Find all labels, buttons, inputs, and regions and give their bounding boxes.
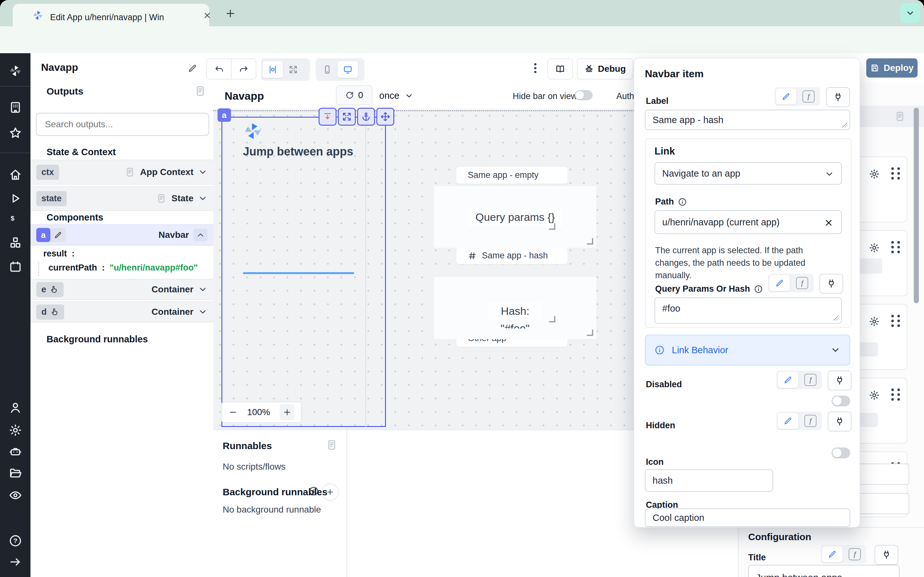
connect-plug-button[interactable]	[828, 412, 851, 432]
deploy-button[interactable]: Deploy	[866, 58, 918, 77]
selected-component-outline[interactable]	[221, 117, 386, 427]
collapse-arrow-icon[interactable]	[9, 555, 22, 569]
drag-handle-icon[interactable]	[891, 167, 901, 179]
clear-x-icon[interactable]	[824, 218, 834, 227]
toolbar-menu-icon[interactable]	[533, 61, 537, 75]
disabled-toggle[interactable]	[832, 396, 850, 406]
component-row-container-e[interactable]: e Container	[31, 279, 213, 300]
workers-robot-icon[interactable]	[9, 445, 22, 458]
fx-button[interactable]: ƒ	[845, 548, 865, 560]
move-chip[interactable]	[376, 108, 394, 126]
gear-icon[interactable]	[869, 390, 880, 401]
fx-button[interactable]: ƒ	[792, 277, 813, 289]
chevron-down-icon[interactable]	[198, 167, 208, 177]
undo-button[interactable]	[207, 59, 232, 79]
variables-dollar-icon[interactable]: $	[9, 215, 22, 228]
resize-corner[interactable]	[549, 223, 556, 230]
docs-book-button[interactable]	[548, 58, 573, 79]
path-input[interactable]: u/henri/navapp (current app)	[654, 210, 842, 234]
fx-button[interactable]: ƒ	[800, 415, 821, 427]
static-pencil-button[interactable]	[778, 372, 798, 388]
nav-item-hash[interactable]: Same app - hash	[456, 247, 567, 264]
static-pencil-button[interactable]	[776, 89, 796, 105]
textarea-resize-handle[interactable]	[834, 316, 838, 321]
drag-handle-icon[interactable]	[891, 388, 901, 401]
folders-icon[interactable]	[9, 466, 22, 480]
gear-icon[interactable]	[869, 242, 880, 253]
refresh-counter-button[interactable]: 0	[336, 85, 373, 105]
label-input[interactable]	[645, 110, 850, 130]
search-outputs-input[interactable]	[36, 113, 209, 136]
desktop-view-button[interactable]	[338, 61, 358, 78]
schedules-calendar-icon[interactable]	[9, 260, 22, 274]
static-pencil-button[interactable]	[778, 413, 798, 429]
scrollbar[interactable]	[914, 108, 919, 303]
fx-button[interactable]: ƒ	[798, 90, 819, 103]
chevron-down-icon[interactable]	[198, 193, 208, 203]
static-pencil-button[interactable]	[769, 275, 790, 291]
resize-corner[interactable]	[587, 238, 593, 245]
audit-eye-icon[interactable]	[9, 488, 22, 502]
icon-input[interactable]	[645, 469, 773, 492]
home-icon[interactable]	[9, 168, 22, 181]
query-params-input[interactable]: #foo	[654, 298, 842, 324]
fx-button[interactable]: ƒ	[800, 374, 821, 386]
connect-plug-button[interactable]	[819, 274, 843, 293]
resize-corner[interactable]	[587, 330, 593, 336]
zoom-in-button[interactable]	[280, 404, 294, 420]
caption-input[interactable]	[645, 508, 850, 527]
hide-bar-toggle[interactable]	[575, 90, 593, 100]
title-input[interactable]	[748, 565, 900, 577]
anchor-chip[interactable]	[357, 108, 375, 126]
fullscreen-chip[interactable]	[338, 108, 356, 126]
connect-plug-button[interactable]	[875, 545, 898, 565]
panel-toggle-doc-icon[interactable]	[894, 110, 906, 122]
link-behavior-collapsible[interactable]: Link Behavior	[645, 335, 850, 366]
add-background-runnable-button[interactable]	[321, 484, 339, 501]
drag-handle-icon[interactable]	[891, 315, 901, 327]
drag-handle-icon[interactable]	[891, 241, 901, 253]
component-row-navbar[interactable]: a Navbar	[31, 224, 213, 245]
chevron-down-icon[interactable]	[198, 285, 208, 294]
hidden-toggle[interactable]	[832, 448, 850, 458]
nav-item-empty[interactable]: Same app - empty	[456, 167, 567, 184]
edit-id-pencil-icon[interactable]	[50, 228, 66, 242]
link-kind-select[interactable]: Navigate to an app	[654, 162, 842, 185]
redo-button[interactable]	[232, 64, 256, 74]
gear-icon[interactable]	[869, 316, 880, 327]
tab-close-icon[interactable]	[203, 11, 212, 20]
mobile-view-button[interactable]	[317, 65, 338, 74]
runs-play-icon[interactable]	[9, 192, 22, 205]
resize-corner[interactable]	[549, 316, 556, 322]
favorites-star-icon[interactable]	[9, 126, 22, 140]
resources-cubes-icon[interactable]	[9, 236, 22, 250]
help-icon[interactable]	[9, 534, 22, 548]
collapse-chevron[interactable]	[194, 229, 208, 242]
expand-down-chip[interactable]	[318, 108, 336, 126]
query-params-box[interactable]: Query params {}	[434, 186, 596, 248]
static-pencil-button[interactable]	[822, 546, 843, 562]
new-tab-icon[interactable]	[225, 8, 236, 19]
browser-active-tab[interactable]: Edit App u/henri/navapp | Win	[13, 4, 209, 26]
debug-button[interactable]: Debug	[577, 58, 633, 79]
textarea-resize-handle[interactable]	[842, 122, 847, 127]
rename-pencil-icon[interactable]	[188, 63, 197, 73]
windmill-logo-icon[interactable]	[9, 64, 22, 77]
component-tag[interactable]: a	[218, 108, 231, 122]
ctx-row[interactable]: ctx App Context	[31, 160, 213, 185]
hash-box[interactable]: Hash: "#foo"	[434, 277, 596, 339]
users-person-icon[interactable]	[9, 401, 22, 414]
refresh-mode-select[interactable]: once	[379, 90, 414, 101]
connect-plug-button[interactable]	[826, 87, 850, 107]
zoom-out-icon[interactable]	[228, 408, 237, 417]
settings-gear-icon[interactable]	[9, 424, 22, 437]
chevron-down-icon[interactable]	[198, 307, 208, 317]
panel-toggle-doc-icon[interactable]	[194, 85, 207, 97]
state-row[interactable]: state State	[31, 186, 213, 211]
full-layout-button[interactable]	[283, 65, 304, 74]
gear-icon[interactable]	[869, 169, 880, 179]
center-layout-button[interactable]	[262, 61, 283, 78]
panel-toggle-doc-icon[interactable]	[325, 438, 338, 451]
tab-search-button[interactable]	[900, 3, 920, 23]
component-row-container-d[interactable]: d Container	[31, 301, 213, 322]
